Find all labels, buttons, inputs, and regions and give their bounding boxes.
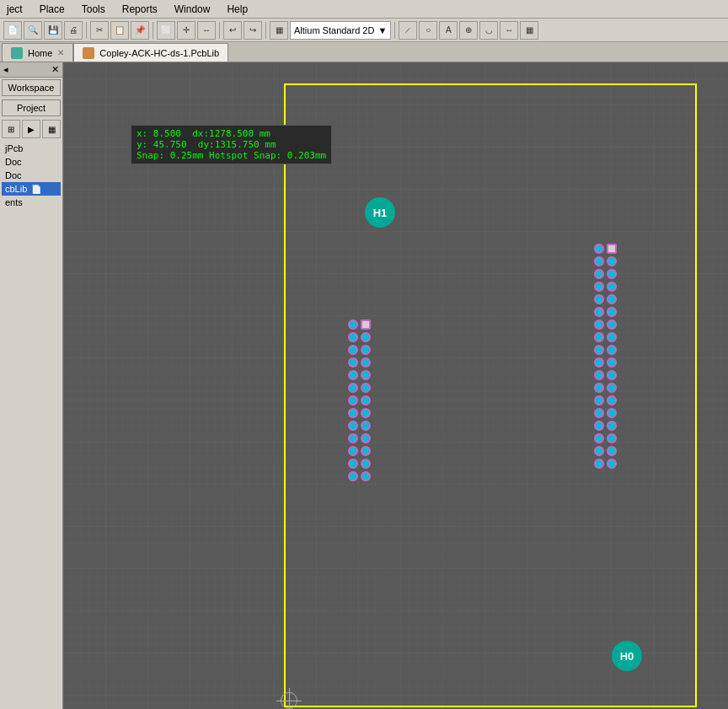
- pad[interactable]: [607, 383, 617, 393]
- pad[interactable]: [348, 446, 358, 456]
- pad[interactable]: [607, 357, 617, 368]
- pad[interactable]: [594, 370, 604, 380]
- pad[interactable]: [594, 244, 604, 254]
- pad[interactable]: [348, 395, 358, 406]
- menu-ject[interactable]: ject: [3, 2, 26, 17]
- tb-wire[interactable]: ⟋: [399, 21, 417, 40]
- tb-arc[interactable]: ◡: [479, 21, 498, 40]
- pad[interactable]: [361, 408, 371, 418]
- pad[interactable]: [348, 383, 358, 393]
- pad-square[interactable]: [607, 244, 617, 254]
- pad[interactable]: [594, 320, 604, 330]
- pad[interactable]: [361, 471, 371, 481]
- pad[interactable]: [607, 395, 617, 406]
- tb-coord[interactable]: ⊕: [459, 21, 478, 40]
- panel-doc2[interactable]: Doc: [2, 169, 61, 182]
- pad[interactable]: [594, 307, 604, 317]
- tab-home[interactable]: Home ✕: [2, 43, 73, 62]
- tab-home-close[interactable]: ✕: [57, 48, 64, 57]
- pad[interactable]: [594, 345, 604, 355]
- pad[interactable]: [594, 294, 604, 304]
- view-dropdown[interactable]: Altium Standard 2D ▼: [290, 21, 391, 40]
- pad[interactable]: [348, 408, 358, 418]
- hole-h1[interactable]: H1: [365, 197, 395, 228]
- menu-reports[interactable]: Reports: [119, 2, 161, 17]
- pad[interactable]: [361, 395, 371, 406]
- tb-select-rect[interactable]: ⬜: [157, 21, 175, 40]
- close-icon[interactable]: ✕: [51, 64, 59, 75]
- pad[interactable]: [607, 446, 617, 456]
- pad[interactable]: [607, 282, 617, 292]
- tb-paste[interactable]: 📌: [131, 21, 149, 40]
- pad[interactable]: [607, 370, 617, 380]
- pad[interactable]: [607, 307, 617, 317]
- workspace-button[interactable]: Workspace: [2, 79, 61, 96]
- pad[interactable]: [594, 282, 604, 292]
- pad[interactable]: [594, 433, 604, 443]
- pad[interactable]: [594, 383, 604, 393]
- tb-copy[interactable]: 📋: [110, 21, 129, 40]
- pad[interactable]: [348, 332, 358, 342]
- tab-pcblib[interactable]: Copley-ACK-HC-ds-1.PcbLib: [73, 43, 228, 62]
- pad[interactable]: [607, 332, 617, 342]
- tb-grid[interactable]: ▦: [270, 21, 288, 40]
- tb-undo[interactable]: ↩: [223, 21, 242, 40]
- tb-new[interactable]: 📄: [3, 21, 22, 40]
- pad[interactable]: [607, 269, 617, 279]
- pad[interactable]: [361, 370, 371, 380]
- pad[interactable]: [348, 345, 358, 355]
- tb-fill[interactable]: ▦: [520, 21, 538, 40]
- menu-tools[interactable]: Tools: [78, 2, 109, 17]
- pad[interactable]: [594, 395, 604, 406]
- pad[interactable]: [348, 370, 358, 380]
- pad[interactable]: [607, 256, 617, 266]
- pad[interactable]: [361, 421, 371, 431]
- pad[interactable]: [607, 294, 617, 304]
- hole-h0[interactable]: H0: [612, 641, 642, 671]
- pad[interactable]: [607, 421, 617, 431]
- pad[interactable]: [361, 446, 371, 456]
- pad[interactable]: [361, 357, 371, 368]
- tb-save[interactable]: 💾: [44, 21, 62, 40]
- pad[interactable]: [594, 357, 604, 368]
- pad[interactable]: [594, 459, 604, 469]
- menu-window[interactable]: Window: [171, 2, 214, 17]
- pad[interactable]: [361, 345, 371, 355]
- tool-3[interactable]: ▦: [42, 120, 61, 138]
- pad[interactable]: [348, 357, 358, 368]
- pad[interactable]: [607, 433, 617, 443]
- tb-move[interactable]: ↔: [197, 21, 216, 40]
- pad[interactable]: [594, 269, 604, 279]
- pad[interactable]: [348, 433, 358, 443]
- tb-print[interactable]: 🖨: [64, 21, 83, 40]
- pad[interactable]: [361, 433, 371, 443]
- pad[interactable]: [607, 345, 617, 355]
- tb-cut[interactable]: ✂: [90, 21, 109, 40]
- pad-square[interactable]: [361, 320, 371, 330]
- pad[interactable]: [607, 320, 617, 330]
- panel-ents[interactable]: ents: [2, 196, 61, 209]
- pad[interactable]: [594, 332, 604, 342]
- panel-jpcb[interactable]: jPcb: [2, 142, 61, 155]
- tb-select-cross[interactable]: ✛: [177, 21, 195, 40]
- tb-open[interactable]: 🔍: [24, 21, 42, 40]
- menu-place[interactable]: Place: [36, 2, 68, 17]
- pad[interactable]: [607, 459, 617, 469]
- tb-redo[interactable]: ↪: [244, 21, 262, 40]
- project-button[interactable]: Project: [2, 99, 61, 116]
- pad[interactable]: [361, 383, 371, 393]
- pad[interactable]: [348, 471, 358, 481]
- panel-cblib[interactable]: cbLib 📄: [2, 182, 61, 196]
- pad[interactable]: [348, 459, 358, 469]
- menu-help[interactable]: Help: [223, 2, 251, 17]
- pad[interactable]: [594, 446, 604, 456]
- pad[interactable]: [594, 256, 604, 266]
- pad[interactable]: [607, 408, 617, 418]
- panel-doc1[interactable]: Doc: [2, 155, 61, 169]
- pad[interactable]: [594, 408, 604, 418]
- pad[interactable]: [361, 459, 371, 469]
- canvas-area[interactable]: x: 8.500 dx:1278.500 mm y: 45.750 dy:131…: [63, 62, 728, 709]
- tb-component[interactable]: ○: [419, 21, 437, 40]
- pad[interactable]: [348, 320, 358, 330]
- tb-measure[interactable]: ↔: [500, 21, 518, 40]
